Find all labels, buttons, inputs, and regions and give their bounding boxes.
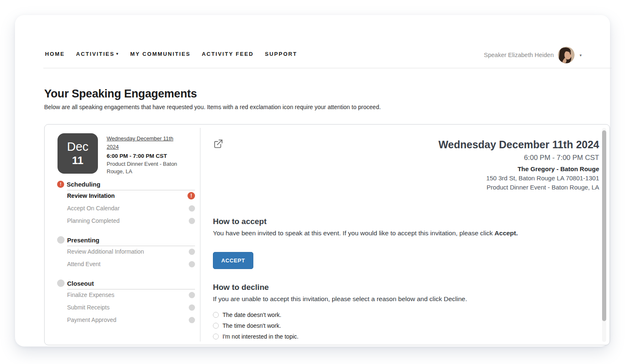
pending-status-icon (57, 236, 65, 244)
event-date-link[interactable]: Wednesday December 11th 2024 (107, 135, 182, 151)
section-title: Closeout (67, 280, 94, 287)
checklist-item-finalize-expenses[interactable]: Finalize Expenses (57, 289, 195, 301)
accept-body-bold: Accept. (495, 229, 518, 237)
date-badge-month: Dec (67, 140, 89, 154)
how-to-decline-heading: How to decline (213, 283, 269, 292)
event-details-venue: The Gregory - Baton Rouge (332, 165, 599, 172)
event-summary: Wednesday December 11th 2024 6:00 PM - 7… (107, 135, 182, 176)
checklist-item-planning-completed[interactable]: Planning Completed (57, 214, 195, 227)
user-menu[interactable]: Speaker Elizabeth Heiden ▾ (484, 47, 582, 63)
checklist-item-label: Submit Receipts (67, 304, 110, 311)
user-caret-icon[interactable]: ▾ (580, 53, 582, 57)
checklist-item-label: Review Invitation (67, 192, 115, 199)
decline-option-label: The time doesn't work. (222, 322, 281, 329)
alert-icon: ! (188, 192, 195, 199)
section-header: ! Scheduling (57, 179, 195, 189)
section-title: Presenting (67, 237, 100, 244)
nav-item-my-communities[interactable]: MY COMMUNITIES (130, 51, 191, 57)
page-subtitle: Below are all speaking engagements that … (44, 104, 381, 110)
event-details-description: Product Dinner Event - Baton Rouge, LA (332, 184, 599, 191)
date-badge-day: 11 (72, 155, 84, 167)
event-time: 6:00 PM - 7:00 PM CST (107, 153, 182, 159)
section-title: Scheduling (67, 181, 100, 188)
section-header: Closeout (57, 278, 195, 289)
section-header: Presenting (57, 234, 195, 245)
checklist-section-scheduling: ! Scheduling Review Invitation ! Accept … (57, 179, 195, 227)
pending-status-icon (57, 279, 65, 287)
top-nav: HOME ACTIVITIES ▾ MY COMMUNITIES ACTIVIT… (45, 51, 297, 57)
event-details-title: Wednesday December 11th 2024 (332, 138, 599, 151)
engagement-checklist: ! Scheduling Review Invitation ! Accept … (57, 179, 195, 326)
checklist-item-attend-event[interactable]: Attend Event (57, 258, 195, 270)
panel-divider (200, 128, 200, 342)
page-title: Your Speaking Engagements (44, 87, 197, 100)
how-to-accept-body: You have been invited to speak at this e… (213, 229, 600, 237)
avatar-photo (558, 47, 575, 63)
how-to-accept-heading: How to accept (213, 217, 267, 226)
pending-status-icon (189, 304, 195, 311)
decline-option-date[interactable]: The date doesn't work. (213, 309, 298, 320)
accept-body-text: You have been invited to speak at this e… (213, 229, 495, 237)
nav-divider (43, 68, 612, 68)
engagement-card: Dec 11 Wednesday December 11th 2024 6:00… (44, 124, 610, 345)
event-description: Product Dinner Event - Baton Rouge, LA (107, 160, 182, 175)
pending-status-icon (189, 205, 195, 212)
user-name: Speaker Elizabeth Heiden (484, 52, 554, 58)
decline-option-label: The date doesn't work. (222, 312, 281, 318)
pending-status-icon (189, 218, 195, 224)
checklist-item-submit-receipts[interactable]: Submit Receipts (57, 301, 195, 314)
radio-icon[interactable] (213, 323, 219, 329)
decline-reason-group: The date doesn't work. The time doesn't … (213, 309, 298, 342)
app-window: HOME ACTIVITIES ▾ MY COMMUNITIES ACTIVIT… (15, 15, 610, 347)
checklist-item-payment-approved[interactable]: Payment Approved (57, 314, 195, 326)
pending-status-icon (189, 249, 195, 255)
avatar[interactable] (558, 47, 575, 63)
checklist-section-presenting: Presenting Review Additional Information… (57, 234, 195, 270)
nav-item-home[interactable]: HOME (45, 51, 65, 57)
nav-item-support[interactable]: SUPPORT (265, 51, 298, 57)
accept-button[interactable]: ACCEPT (213, 252, 253, 269)
nav-item-label: ACTIVITIES (76, 51, 115, 57)
date-badge: Dec 11 (58, 133, 98, 174)
nav-item-activity-feed[interactable]: ACTIVITY FEED (202, 51, 254, 57)
nav-item-activities[interactable]: ACTIVITIES ▾ (76, 51, 119, 57)
event-details-address: 150 3rd St, Baton Rouge LA 70801-1301 (332, 175, 599, 182)
event-details: Wednesday December 11th 2024 6:00 PM - 7… (332, 138, 599, 191)
checklist-item-label: Payment Approved (67, 317, 116, 323)
how-to-decline-body: If you are unable to accept this invitat… (213, 295, 600, 303)
event-details-time: 6:00 PM - 7:00 PM CST (332, 154, 599, 162)
checklist-item-accept-on-calendar[interactable]: Accept On Calendar (57, 202, 195, 214)
checklist-section-closeout: Closeout Finalize Expenses Submit Receip… (57, 278, 195, 326)
checklist-item-label: Attend Event (67, 261, 100, 267)
pending-status-icon (189, 292, 195, 298)
scrollbar-thumb[interactable] (602, 130, 606, 321)
checklist-item-label: Planning Completed (67, 217, 120, 224)
checklist-item-label: Accept On Calendar (67, 205, 120, 212)
checklist-item-label: Finalize Expenses (67, 292, 115, 298)
panel-scrollbar[interactable] (602, 128, 606, 342)
checklist-item-review-invitation[interactable]: Review Invitation ! (57, 189, 195, 202)
checklist-item-label: Review Additional Information (67, 248, 144, 255)
chevron-down-icon: ▾ (116, 52, 119, 56)
radio-icon[interactable] (213, 312, 219, 318)
pending-status-icon (189, 317, 195, 323)
pending-status-icon (189, 261, 195, 267)
external-link-icon[interactable] (213, 139, 223, 149)
decline-option-label: I'm not interested in the topic. (222, 333, 298, 340)
radio-icon[interactable] (213, 334, 219, 339)
decline-option-topic[interactable]: I'm not interested in the topic. (213, 331, 298, 342)
decline-option-time[interactable]: The time doesn't work. (213, 320, 298, 331)
checklist-item-review-additional-information[interactable]: Review Additional Information (57, 245, 195, 258)
alert-icon: ! (57, 181, 64, 188)
